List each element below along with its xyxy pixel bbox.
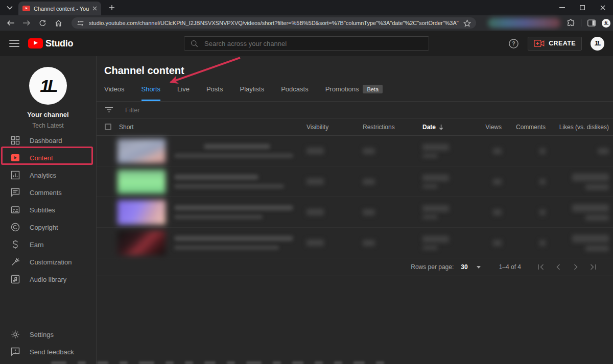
blurred-likes	[572, 174, 609, 181]
page-info: 1–4 of 4	[499, 263, 521, 271]
channel-search-box[interactable]	[184, 36, 429, 51]
tab-live[interactable]: Live	[177, 85, 190, 101]
select-all-checkbox[interactable]	[105, 124, 111, 130]
reload-button[interactable]	[37, 17, 48, 29]
sort-descending-icon	[439, 124, 443, 130]
gear-icon	[11, 330, 20, 339]
tab-shorts[interactable]: Shorts	[142, 85, 161, 101]
blurred-views	[493, 240, 502, 246]
help-button[interactable]: ?	[508, 38, 519, 49]
blurred-comments	[539, 240, 546, 246]
studio-header: Studio ? CREATE 1L	[0, 31, 613, 56]
pagination	[532, 261, 602, 273]
table-row[interactable]	[97, 136, 613, 166]
tab-podcasts[interactable]: Podcasts	[281, 85, 308, 101]
channel-avatar[interactable]: 1L	[29, 67, 67, 105]
blurred-visibility	[306, 209, 324, 215]
first-page-button[interactable]	[532, 261, 550, 273]
customization-icon	[11, 257, 20, 266]
blurred-restrictions	[363, 179, 375, 185]
sidebar-item-label: Analytics	[30, 172, 56, 179]
browser-tab-bar: Channel content - YouTube Stu	[0, 0, 613, 15]
search-input[interactable]	[204, 40, 422, 47]
create-button[interactable]: CREATE	[528, 37, 582, 51]
column-header-date[interactable]: Date	[422, 124, 459, 131]
rows-per-page-dropdown-icon[interactable]	[477, 266, 481, 269]
channel-content-page: Channel content Videos Shorts Live Posts…	[97, 56, 613, 364]
blurred-likes-bar	[585, 215, 609, 221]
sidebar-item-analytics[interactable]: Analytics	[0, 166, 96, 184]
table-row[interactable]	[97, 228, 613, 258]
browser-tab[interactable]: Channel content - YouTube Stu	[18, 2, 101, 15]
forward-button[interactable]	[21, 17, 32, 29]
sidebar-item-comments[interactable]: Comments	[0, 184, 96, 201]
tab-promotions[interactable]: PromotionsBeta	[325, 85, 383, 101]
home-button[interactable]	[53, 17, 64, 29]
browser-profile-avatar[interactable]: 1L	[602, 19, 610, 28]
window-close-button[interactable]	[593, 0, 613, 15]
sidebar-item-content[interactable]: Content	[0, 149, 96, 166]
table-row[interactable]	[97, 197, 613, 228]
sidebar-item-subtitles[interactable]: Subtitles	[0, 201, 96, 219]
previous-page-button[interactable]	[550, 261, 567, 273]
column-header-views[interactable]: Views	[459, 124, 502, 131]
short-thumbnail-blurred	[117, 139, 166, 163]
channel-name: Your channel	[0, 111, 96, 118]
tab-posts[interactable]: Posts	[206, 85, 223, 101]
column-header-likes[interactable]: Likes (vs. dislikes)	[546, 124, 609, 131]
blurred-views	[493, 148, 502, 154]
sidebar-item-label: Subtitles	[30, 206, 55, 214]
youtube-studio-logo[interactable]: Studio	[28, 38, 73, 49]
account-avatar[interactable]: 1L	[591, 37, 604, 51]
blurred-date	[422, 144, 449, 151]
blurred-views	[493, 209, 502, 215]
extensions-button[interactable]	[565, 17, 576, 29]
back-arrow-icon	[7, 20, 15, 26]
filter-input[interactable]	[125, 106, 278, 114]
rows-per-page-value[interactable]: 30	[461, 263, 467, 271]
tab-search-button[interactable]	[3, 1, 16, 14]
menu-toggle-button[interactable]	[9, 40, 19, 47]
sidebar-item-copyright[interactable]: Copyright	[0, 219, 96, 236]
sidebar-item-label: Dashboard	[30, 137, 62, 144]
sidebar-item-send-feedback[interactable]: Send feedback	[0, 343, 96, 360]
sidebar-item-label: Earn	[30, 241, 43, 249]
sidebar-item-earn[interactable]: Earn	[0, 236, 96, 253]
table-row[interactable]	[97, 166, 613, 197]
sidebar-item-label: Copyright	[30, 224, 58, 231]
earn-icon	[11, 240, 20, 249]
tab-close-icon[interactable]	[92, 6, 97, 11]
last-page-button[interactable]	[584, 261, 602, 273]
sidebar-item-audio-library[interactable]: Audio library	[0, 271, 96, 288]
bookmark-star-icon[interactable]	[463, 19, 471, 27]
sidebar-item-settings[interactable]: Settings	[0, 326, 96, 343]
dashboard-icon	[11, 136, 20, 145]
side-panel-button[interactable]	[586, 17, 597, 29]
tab-videos[interactable]: Videos	[104, 85, 125, 101]
studio-sidebar: 1L Your channel Tech Latest Dashboard Co…	[0, 56, 97, 364]
window-maximize-button[interactable]	[572, 0, 593, 15]
back-button[interactable]	[5, 17, 16, 29]
next-page-button[interactable]	[567, 261, 584, 273]
address-bar[interactable]: studio.youtube.com/channel/UClcKPtN_I2JB…	[72, 17, 476, 29]
sidebar-item-label: Customization	[30, 258, 72, 266]
sidebar-item-customization[interactable]: Customization	[0, 253, 96, 271]
new-tab-button[interactable]	[105, 1, 119, 14]
column-header-short[interactable]: Short	[119, 124, 306, 131]
beta-badge: Beta	[363, 85, 383, 93]
sidebar-item-dashboard[interactable]: Dashboard	[0, 132, 96, 149]
window-minimize-button[interactable]	[552, 0, 572, 15]
blurred-date-sub	[422, 215, 438, 219]
column-header-comments[interactable]: Comments	[502, 124, 546, 131]
blurred-title	[174, 175, 284, 188]
create-video-icon	[534, 39, 545, 47]
column-header-visibility[interactable]: Visibility	[306, 124, 363, 131]
column-header-restrictions[interactable]: Restrictions	[363, 124, 422, 131]
tab-playlists[interactable]: Playlists	[240, 85, 264, 101]
side-panel-icon	[587, 19, 596, 27]
puzzle-icon	[567, 19, 575, 27]
filter-bar	[97, 102, 613, 118]
table-header: Short Visibility Restrictions Date Views…	[97, 118, 613, 136]
sidebar-item-label: Send feedback	[30, 348, 74, 356]
blurred-title	[174, 236, 293, 250]
